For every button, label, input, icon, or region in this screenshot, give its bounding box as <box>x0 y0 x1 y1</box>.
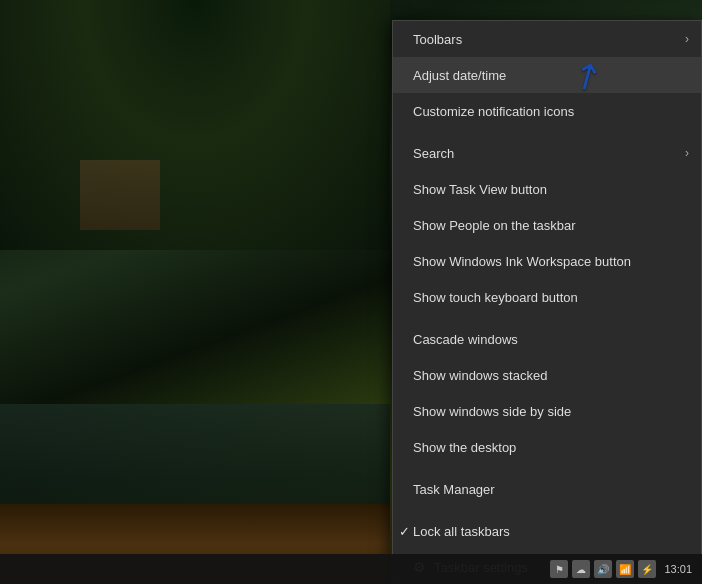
menu-item-lock-taskbars[interactable]: ✓Lock all taskbars <box>393 513 701 549</box>
taskbar-icon-4: 📶 <box>616 560 634 578</box>
taskbar: ⚑ ☁ 🔊 📶 ⚡ 13:01 <box>0 554 702 584</box>
submenu-arrow-icon: › <box>685 32 689 46</box>
menu-item-label: Customize notification icons <box>413 104 574 119</box>
menu-item-label: Show windows stacked <box>413 368 547 383</box>
menu-item-cascade-windows[interactable]: Cascade windows <box>393 321 701 357</box>
bg-cabin <box>80 160 160 230</box>
menu-item-search[interactable]: Search› <box>393 135 701 171</box>
taskbar-icon-5: ⚡ <box>638 560 656 578</box>
menu-item-show-people[interactable]: Show People on the taskbar <box>393 207 701 243</box>
bg-trees <box>0 0 390 250</box>
menu-item-toolbars[interactable]: Toolbars› <box>393 21 701 57</box>
taskbar-clock: 13:01 <box>664 563 697 575</box>
menu-item-show-task-view[interactable]: Show Task View button <box>393 171 701 207</box>
menu-item-customize-notifications[interactable]: Customize notification icons <box>393 93 701 129</box>
menu-item-show-ink[interactable]: Show Windows Ink Workspace button <box>393 243 701 279</box>
menu-item-label: Lock all taskbars <box>413 524 510 539</box>
menu-item-label: Task Manager <box>413 482 495 497</box>
submenu-arrow-icon: › <box>685 146 689 160</box>
menu-item-label: Search <box>413 146 454 161</box>
menu-item-label: Show the desktop <box>413 440 516 455</box>
menu-item-label: Toolbars <box>413 32 462 47</box>
taskbar-icon-1: ⚑ <box>550 560 568 578</box>
menu-item-task-manager[interactable]: Task Manager <box>393 471 701 507</box>
menu-item-label: Show windows side by side <box>413 404 571 419</box>
taskbar-icon-2: ☁ <box>572 560 590 578</box>
menu-item-show-stacked[interactable]: Show windows stacked <box>393 357 701 393</box>
taskbar-icon-3: 🔊 <box>594 560 612 578</box>
menu-item-show-desktop[interactable]: Show the desktop <box>393 429 701 465</box>
menu-item-label: Show People on the taskbar <box>413 218 576 233</box>
context-menu: Toolbars›Adjust date/timeCustomize notif… <box>392 20 702 584</box>
menu-item-label: Show Windows Ink Workspace button <box>413 254 631 269</box>
menu-item-label: Cascade windows <box>413 332 518 347</box>
menu-item-label: Adjust date/time <box>413 68 506 83</box>
checkmark-icon: ✓ <box>399 524 410 539</box>
menu-item-show-touch-keyboard[interactable]: Show touch keyboard button <box>393 279 701 315</box>
menu-item-show-side-by-side[interactable]: Show windows side by side <box>393 393 701 429</box>
menu-item-adjust-datetime[interactable]: Adjust date/time <box>393 57 701 93</box>
taskbar-system-icons: ⚑ ☁ 🔊 📶 ⚡ <box>550 560 664 578</box>
menu-item-label: Show touch keyboard button <box>413 290 578 305</box>
menu-item-label: Show Task View button <box>413 182 547 197</box>
